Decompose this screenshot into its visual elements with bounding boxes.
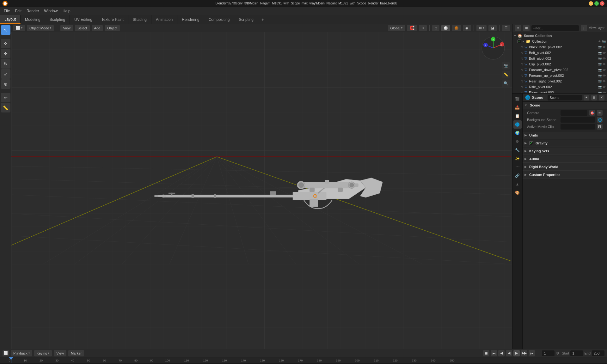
- tab-sculpting[interactable]: Sculpting: [45, 15, 70, 24]
- timeline-menu-button[interactable]: ⬜: [3, 350, 9, 356]
- tab-compositing[interactable]: Compositing: [204, 15, 235, 24]
- prop-tab-modifiers[interactable]: 🔧: [513, 146, 522, 154]
- xray-button[interactable]: ◪: [488, 25, 497, 31]
- jump-end-button[interactable]: ⏭: [529, 350, 535, 356]
- outliner-scene-collection[interactable]: ▼ 🏠 Scene Collection: [512, 33, 607, 39]
- minimize-button[interactable]: ─: [589, 1, 593, 6]
- search-button[interactable]: 🔍: [502, 80, 510, 87]
- item-camera-1[interactable]: 📷: [598, 51, 602, 55]
- playback-button[interactable]: Playback ▾: [11, 350, 32, 356]
- step-back-button[interactable]: ◀: [498, 350, 505, 356]
- keying-button[interactable]: Keying ▾: [34, 350, 52, 356]
- item-hide-7[interactable]: 👁: [603, 85, 606, 89]
- prop-tab-render[interactable]: 🎬: [513, 95, 522, 103]
- outliner-item-7[interactable]: ▽ ▽ Rifle_pivot.002 📷 👁: [512, 84, 607, 90]
- prop-tab-scene[interactable]: 🌐: [513, 120, 522, 129]
- end-frame-field[interactable]: 250: [592, 350, 604, 356]
- restrict-render-icon[interactable]: 📷: [602, 40, 606, 43]
- item-camera-5[interactable]: 📷: [598, 74, 602, 77]
- scene-copy-button[interactable]: ⊞: [591, 95, 597, 100]
- viewport-select-button[interactable]: Select: [75, 25, 90, 31]
- tab-modeling[interactable]: Modeling: [21, 15, 45, 24]
- timeline-view-button[interactable]: View: [54, 350, 66, 356]
- camera-target-button[interactable]: 🎯: [589, 110, 595, 116]
- menu-edit[interactable]: Edit: [12, 8, 24, 14]
- marker-button[interactable]: Marker: [68, 350, 84, 356]
- audio-section-header[interactable]: ▶ Audio: [523, 155, 607, 162]
- tab-uv-editing[interactable]: UV Editing: [70, 15, 97, 24]
- wireframe-mode-button[interactable]: □: [432, 25, 439, 31]
- global-local-button[interactable]: Global ▾: [388, 25, 405, 31]
- add-workspace-button[interactable]: +: [258, 15, 267, 24]
- item-hide-3[interactable]: 👁: [603, 63, 606, 66]
- item-hide-5[interactable]: 👁: [603, 74, 606, 77]
- rigid-body-world-header[interactable]: ▶ Rigid Body World: [523, 163, 607, 170]
- outliner-item-2[interactable]: ▽ ▽ Butt_pivot.002 📷 👁: [512, 56, 607, 61]
- item-hide-6[interactable]: 👁: [603, 80, 606, 83]
- step-fwd-key-button[interactable]: ▶▶: [521, 350, 527, 356]
- proportional-edit-button[interactable]: ⊙: [419, 25, 427, 31]
- gravity-section-header[interactable]: ▶ ✓ Gravity: [523, 140, 607, 147]
- outliner-item-8[interactable]: ▽ ▽ Rings_pivot.002 📷 👁: [512, 90, 607, 94]
- item-hide-8[interactable]: 👁: [603, 91, 606, 94]
- item-hide-2[interactable]: 👁: [603, 57, 606, 60]
- tab-animation[interactable]: Animation: [151, 15, 177, 24]
- outliner-item-3[interactable]: ▽ ▽ Clip_pivot.002 📷 👁: [512, 61, 607, 67]
- tool-scale[interactable]: ⤢: [1, 69, 10, 79]
- gizmo-button[interactable]: ☰: [502, 25, 510, 31]
- step-back-key-button[interactable]: ◀: [506, 350, 512, 356]
- current-frame-field[interactable]: 1: [542, 350, 555, 356]
- outliner-search-input[interactable]: [531, 25, 579, 31]
- item-hide-1[interactable]: 👁: [603, 51, 606, 55]
- scene-name-field[interactable]: Scene: [548, 95, 582, 100]
- viewport-object-button[interactable]: Object: [105, 25, 120, 31]
- outliner-item-4[interactable]: ▽ ▽ Forearm_down_pivot.002 📷 👁: [512, 67, 607, 73]
- units-section-header[interactable]: ▶ Units: [523, 132, 607, 139]
- tab-shading[interactable]: Shading: [128, 15, 151, 24]
- navigation-gizmo[interactable]: X Y Z: [481, 35, 506, 61]
- prop-tab-output[interactable]: 📤: [513, 103, 522, 112]
- object-mode-button[interactable]: Object Mode ▾: [27, 25, 54, 31]
- item-camera-8[interactable]: 📷: [598, 91, 602, 94]
- outliner-sort-button[interactable]: ↕: [581, 25, 587, 31]
- tool-annotate[interactable]: ✏: [1, 93, 10, 102]
- prop-tab-material[interactable]: 🎨: [513, 189, 522, 197]
- camera-edit-button[interactable]: ✏: [597, 110, 603, 116]
- outliner-collection[interactable]: ✓ ▼ 📁 Collection 👁 📷: [512, 39, 607, 44]
- tab-texture-paint[interactable]: Texture Paint: [97, 15, 128, 24]
- tool-select[interactable]: ↖: [1, 25, 10, 35]
- menu-help[interactable]: Help: [60, 8, 73, 14]
- item-camera-0[interactable]: 📷: [598, 46, 602, 49]
- close-button[interactable]: ✕: [600, 1, 604, 6]
- 3d-viewport[interactable]: ⬜ ▾ Object Mode ▾ View Select Add Object…: [11, 24, 512, 349]
- prop-tab-world[interactable]: 🌍: [513, 129, 522, 137]
- menu-render[interactable]: Render: [24, 8, 41, 14]
- overlay-button[interactable]: ⊞ ▾: [476, 25, 487, 31]
- item-camera-4[interactable]: 📷: [598, 68, 602, 72]
- outliner-filter-button[interactable]: ⊞: [523, 25, 530, 31]
- tab-layout[interactable]: Layout: [0, 15, 21, 24]
- restrict-view-icon[interactable]: 👁: [598, 40, 601, 43]
- tab-scripting[interactable]: Scripting: [234, 15, 258, 24]
- prop-tab-viewlayer[interactable]: 📋: [513, 112, 522, 120]
- ruler-button[interactable]: 📏: [502, 71, 510, 78]
- keying-sets-section-header[interactable]: ▶ Keying Sets: [523, 148, 607, 155]
- menu-window[interactable]: Window: [41, 8, 60, 14]
- jump-start-button[interactable]: ⏮: [491, 350, 497, 356]
- maximize-button[interactable]: □: [594, 1, 599, 6]
- scene-section-header[interactable]: ▼ Scene: [523, 102, 607, 109]
- collection-visibility[interactable]: ✓: [518, 39, 521, 43]
- viewport-add-button[interactable]: Add: [92, 25, 103, 31]
- editor-type-button[interactable]: ⬜ ▾: [13, 25, 25, 31]
- solid-mode-button[interactable]: [441, 25, 450, 31]
- snap-button[interactable]: 🧲: [407, 25, 417, 31]
- bg-scene-icon-button[interactable]: 🌐: [597, 117, 603, 123]
- item-camera-6[interactable]: 📷: [598, 80, 602, 83]
- outliner-item-1[interactable]: ▽ ▽ Bolt_pivot.002 📷 👁: [512, 50, 607, 56]
- movie-clip-icon-button[interactable]: 🎞: [597, 124, 603, 130]
- play-button[interactable]: ▶: [513, 350, 520, 356]
- item-hide-0[interactable]: 👁: [603, 46, 606, 49]
- outliner-item-6[interactable]: ▽ ▽ Rear_sight_pivot.002 📷 👁: [512, 78, 607, 84]
- outliner-item-0[interactable]: ▽ ▽ Black_hole_pivot.002 📷 👁: [512, 44, 607, 50]
- outliner-item-5[interactable]: ▽ ▽ Forearm_up_pivot.002 📷 👁: [512, 73, 607, 78]
